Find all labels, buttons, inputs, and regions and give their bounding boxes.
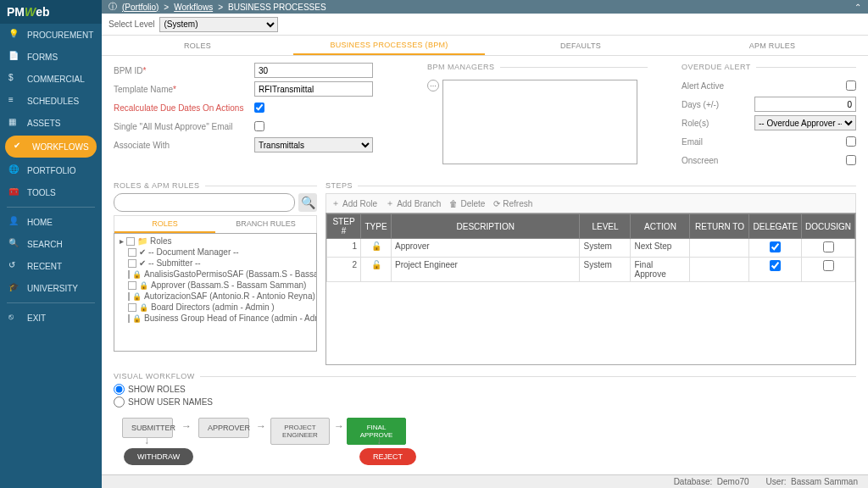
logo-eb: eb <box>36 5 49 19</box>
sidebar-item-schedules[interactable]: ≡SCHEDULES <box>0 90 102 112</box>
days-field[interactable] <box>754 97 856 112</box>
show-roles-option[interactable]: SHOW ROLES <box>114 384 856 395</box>
bpm-managers-picker[interactable]: ⋯ <box>427 80 439 92</box>
sidebar-item-recent[interactable]: ↺RECENT <box>0 255 102 277</box>
tree-item[interactable]: 🔒Board Directors (admin - Admin ) <box>118 302 313 313</box>
sidebar-item-portfolio[interactable]: 🌐PORTFOLIO <box>0 159 102 181</box>
tree-item[interactable]: ✔-- Document Manager -- <box>118 247 313 258</box>
col-level[interactable]: LEVEL <box>580 214 631 239</box>
roles-dropdown[interactable]: -- Overdue Approver -- <box>754 115 856 130</box>
sidebar-item-forms[interactable]: 📄FORMS <box>0 46 102 68</box>
breadcrumb-workflows[interactable]: Workflows <box>174 3 213 12</box>
logo-pm: PM <box>7 5 25 19</box>
sidebar-item-search[interactable]: 🔍SEARCH <box>0 233 102 255</box>
col-docusign[interactable]: DOCUSIGN <box>802 214 855 239</box>
exit-icon: ⎋ <box>8 312 20 324</box>
lock-icon: 🔒 <box>139 303 148 312</box>
roles-search-button[interactable]: 🔍 <box>298 193 317 212</box>
tree-item[interactable]: 🔒AnalisisGastoPermisoSAF (Bassam.S - Bas… <box>118 269 313 280</box>
recalc-checkbox[interactable] <box>254 103 264 113</box>
roles-search-input[interactable] <box>114 193 295 212</box>
bpm-managers-label: BPM MANAGERS <box>427 63 648 71</box>
level-bar: Select Level (System) <box>102 14 868 36</box>
subtab-branch-rules[interactable]: BRANCH RULES <box>215 216 316 233</box>
email-checkbox[interactable] <box>846 136 856 147</box>
refresh-button[interactable]: ⟳Refresh <box>493 197 532 209</box>
col-step-num[interactable]: STEP # <box>327 214 361 239</box>
select-level-dropdown[interactable]: (System) <box>159 17 278 32</box>
sidebar-item-workflows[interactable]: ✔WORKFLOWS <box>5 136 97 158</box>
tab-roles[interactable]: ROLES <box>102 36 293 55</box>
user-value: Bassam Samman <box>791 477 858 486</box>
collapse-icon[interactable]: ⌃ <box>854 3 861 12</box>
check-icon: ✔ <box>14 141 25 152</box>
tree-root[interactable]: ▸📁Roles <box>118 236 313 247</box>
select-level-label: Select Level <box>108 19 154 29</box>
sidebar-item-home[interactable]: 👤HOME <box>0 211 102 233</box>
status-bar: Database: Demo70 User: Bassam Samman <box>102 474 868 488</box>
toolbox-icon: 🧰 <box>8 186 20 198</box>
show-users-radio[interactable] <box>114 396 125 408</box>
add-role-button[interactable]: ＋Add Role <box>331 197 377 209</box>
subtab-roles[interactable]: ROLES <box>114 216 215 233</box>
roles-tree[interactable]: ▸📁Roles ✔-- Document Manager -- ✔-- Subm… <box>114 233 317 352</box>
sidebar-item-university[interactable]: 🎓UNIVERSITY <box>0 277 102 299</box>
tab-defaults[interactable]: DEFAULTS <box>485 36 676 55</box>
sidebar-item-label: EXIT <box>27 313 46 323</box>
bpm-id-field[interactable] <box>254 63 373 78</box>
tree-item[interactable]: 🔒AutorizacionSAF (Antonio.R - Antonio Re… <box>118 291 313 302</box>
tree-item[interactable]: ✔-- Submitter -- <box>118 258 313 269</box>
tree-item[interactable]: 🔒Approver (Bassam.S - Bassam Samman) <box>118 280 313 291</box>
info-icon[interactable]: ⓘ <box>108 1 117 13</box>
avatar-icon: 👤 <box>8 216 20 228</box>
associate-with-dropdown[interactable]: Transmittals <box>254 137 373 152</box>
recalc-label: Recalculate Due Dates On Actions <box>114 103 249 113</box>
col-delegate[interactable]: DELEGATE <box>749 214 802 239</box>
wf-approver-box: APPROVER <box>198 418 249 438</box>
bulb-icon: 💡 <box>8 29 20 41</box>
col-type[interactable]: TYPE <box>361 214 392 239</box>
table-row[interactable]: 1 🔓 Approver System Next Step <box>327 239 855 258</box>
tree-item[interactable]: 🔒Business Group Head of Finance (admin -… <box>118 313 313 324</box>
sidebar-item-commercial[interactable]: $COMMERCIAL <box>0 68 102 90</box>
recent-icon: ↺ <box>8 260 20 272</box>
alert-active-checkbox[interactable] <box>846 80 856 91</box>
onscreen-checkbox[interactable] <box>846 155 856 165</box>
show-users-option[interactable]: SHOW USER NAMES <box>114 396 856 408</box>
onscreen-label: Onscreen <box>682 156 743 165</box>
tab-apm-rules[interactable]: APM RULES <box>676 36 868 55</box>
sidebar-item-tools[interactable]: 🧰TOOLS <box>0 181 102 203</box>
delegate-checkbox[interactable] <box>770 241 781 252</box>
user-label: User: <box>766 477 787 486</box>
schedule-icon: ≡ <box>8 95 20 107</box>
bpm-managers-box[interactable] <box>442 80 637 164</box>
plus-icon: ＋ <box>331 197 340 209</box>
plus-icon: ＋ <box>386 197 394 209</box>
days-label: Days (+/-) <box>682 100 743 109</box>
single-approve-checkbox[interactable] <box>254 121 264 131</box>
delete-button[interactable]: 🗑Delete <box>449 197 485 209</box>
alert-active-label: Alert Active <box>682 81 743 91</box>
docusign-checkbox[interactable] <box>823 260 834 271</box>
content: BPM ID* Template Name* Recalculate Due D… <box>102 56 868 474</box>
col-action[interactable]: ACTION <box>631 214 690 239</box>
template-name-field[interactable] <box>254 81 373 97</box>
lock-icon: 🔒 <box>132 270 142 279</box>
single-approve-label: Single "All Must Approve" Email <box>114 122 249 131</box>
add-branch-button[interactable]: ＋Add Branch <box>386 197 441 209</box>
table-row[interactable]: 2 🔓 Project Engineer System Final Approv… <box>327 258 855 282</box>
docusign-checkbox[interactable] <box>823 241 834 252</box>
delegate-checkbox[interactable] <box>770 260 781 271</box>
arrow-icon: ↓ <box>144 435 149 446</box>
sidebar-item-label: ASSETS <box>27 119 60 128</box>
sidebar-item-exit[interactable]: ⎋EXIT <box>0 307 102 329</box>
sidebar-item-procurement[interactable]: 💡PROCUREMENT <box>0 24 102 46</box>
col-description[interactable]: DESCRIPTION <box>392 214 580 239</box>
wf-withdraw-pill: WITHDRAW <box>124 448 193 465</box>
sidebar-item-label: COMMERCIAL <box>27 75 85 84</box>
show-roles-radio[interactable] <box>114 384 125 395</box>
breadcrumb-portfolio[interactable]: (Portfolio) <box>122 3 159 12</box>
tab-bpm[interactable]: BUSINESS PROCESSES (BPM) <box>293 36 485 55</box>
sidebar-item-assets[interactable]: ▦ASSETS <box>0 112 102 134</box>
col-return-to[interactable]: RETURN TO <box>690 214 749 239</box>
